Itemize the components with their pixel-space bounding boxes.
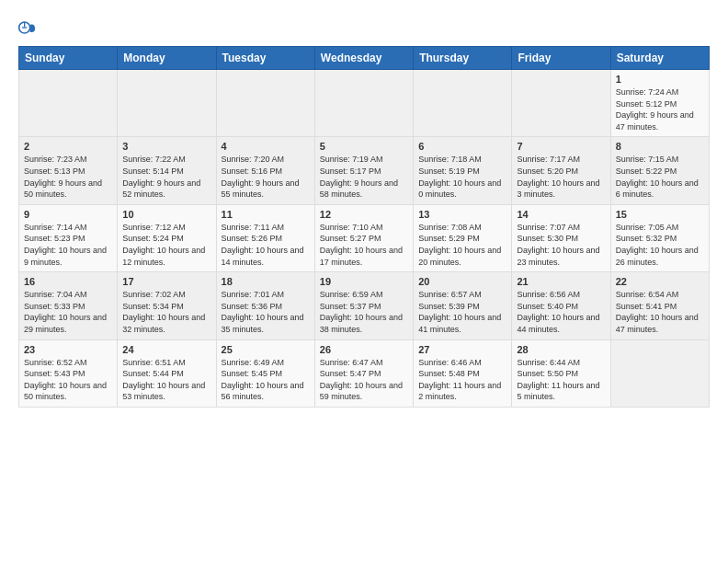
calendar-cell <box>414 70 512 137</box>
day-number: 2 <box>24 141 112 152</box>
day-number: 25 <box>222 344 310 355</box>
day-number: 3 <box>122 141 210 152</box>
calendar-cell: 14Sunrise: 7:07 AM Sunset: 5:30 PM Dayli… <box>512 204 610 271</box>
day-info: Sunrise: 6:56 AM Sunset: 5:40 PM Dayligh… <box>517 289 605 335</box>
calendar-week-row: 16Sunrise: 7:04 AM Sunset: 5:33 PM Dayli… <box>19 272 710 339</box>
calendar-cell: 6Sunrise: 7:18 AM Sunset: 5:19 PM Daylig… <box>414 137 512 204</box>
day-info: Sunrise: 7:05 AM Sunset: 5:32 PM Dayligh… <box>616 222 704 268</box>
calendar-cell: 7Sunrise: 7:17 AM Sunset: 5:20 PM Daylig… <box>512 137 610 204</box>
calendar-cell: 15Sunrise: 7:05 AM Sunset: 5:32 PM Dayli… <box>610 204 709 271</box>
day-info: Sunrise: 7:23 AM Sunset: 5:13 PM Dayligh… <box>24 154 112 200</box>
day-info: Sunrise: 7:02 AM Sunset: 5:34 PM Dayligh… <box>122 289 210 335</box>
day-info: Sunrise: 7:24 AM Sunset: 5:12 PM Dayligh… <box>616 86 704 132</box>
day-info: Sunrise: 7:10 AM Sunset: 5:27 PM Dayligh… <box>320 222 408 268</box>
day-info: Sunrise: 7:19 AM Sunset: 5:17 PM Dayligh… <box>320 154 408 200</box>
day-number: 5 <box>320 141 408 152</box>
calendar-cell: 8Sunrise: 7:15 AM Sunset: 5:22 PM Daylig… <box>610 137 709 204</box>
calendar-cell: 5Sunrise: 7:19 AM Sunset: 5:17 PM Daylig… <box>314 137 413 204</box>
day-info: Sunrise: 7:22 AM Sunset: 5:14 PM Dayligh… <box>122 154 210 200</box>
calendar-cell: 22Sunrise: 6:54 AM Sunset: 5:41 PM Dayli… <box>610 272 709 339</box>
calendar-cell: 4Sunrise: 7:20 AM Sunset: 5:16 PM Daylig… <box>216 137 314 204</box>
calendar-cell: 12Sunrise: 7:10 AM Sunset: 5:27 PM Dayli… <box>314 204 413 271</box>
day-number: 6 <box>418 141 506 152</box>
day-info: Sunrise: 7:12 AM Sunset: 5:24 PM Dayligh… <box>122 222 210 268</box>
day-info: Sunrise: 7:14 AM Sunset: 5:23 PM Dayligh… <box>24 222 112 268</box>
header <box>18 18 710 37</box>
calendar-cell: 2Sunrise: 7:23 AM Sunset: 5:13 PM Daylig… <box>19 137 118 204</box>
logo <box>18 18 40 37</box>
day-info: Sunrise: 6:49 AM Sunset: 5:45 PM Dayligh… <box>222 357 310 403</box>
calendar-cell <box>512 70 610 137</box>
calendar-cell <box>19 70 118 137</box>
day-info: Sunrise: 7:08 AM Sunset: 5:29 PM Dayligh… <box>418 222 506 268</box>
calendar-cell: 10Sunrise: 7:12 AM Sunset: 5:24 PM Dayli… <box>118 204 216 271</box>
day-info: Sunrise: 7:18 AM Sunset: 5:19 PM Dayligh… <box>418 154 506 200</box>
calendar: SundayMondayTuesdayWednesdayThursdayFrid… <box>18 46 710 408</box>
calendar-cell: 19Sunrise: 6:59 AM Sunset: 5:37 PM Dayli… <box>314 272 413 339</box>
day-number: 28 <box>517 344 605 355</box>
day-number: 20 <box>418 276 506 287</box>
day-info: Sunrise: 7:01 AM Sunset: 5:36 PM Dayligh… <box>222 289 310 335</box>
day-number: 15 <box>616 209 704 220</box>
calendar-cell: 24Sunrise: 6:51 AM Sunset: 5:44 PM Dayli… <box>118 339 216 407</box>
calendar-week-row: 23Sunrise: 6:52 AM Sunset: 5:43 PM Dayli… <box>19 339 710 407</box>
weekday-header: Wednesday <box>314 47 413 70</box>
day-number: 17 <box>122 276 210 287</box>
calendar-week-row: 2Sunrise: 7:23 AM Sunset: 5:13 PM Daylig… <box>19 137 710 204</box>
weekday-header: Tuesday <box>216 47 314 70</box>
calendar-week-row: 1Sunrise: 7:24 AM Sunset: 5:12 PM Daylig… <box>19 70 710 137</box>
calendar-cell: 13Sunrise: 7:08 AM Sunset: 5:29 PM Dayli… <box>414 204 512 271</box>
calendar-cell: 20Sunrise: 6:57 AM Sunset: 5:39 PM Dayli… <box>414 272 512 339</box>
day-number: 16 <box>24 276 112 287</box>
day-info: Sunrise: 6:47 AM Sunset: 5:47 PM Dayligh… <box>320 357 408 403</box>
calendar-cell: 25Sunrise: 6:49 AM Sunset: 5:45 PM Dayli… <box>216 339 314 407</box>
day-info: Sunrise: 7:17 AM Sunset: 5:20 PM Dayligh… <box>517 154 605 200</box>
day-number: 23 <box>24 344 112 355</box>
day-info: Sunrise: 6:52 AM Sunset: 5:43 PM Dayligh… <box>24 357 112 403</box>
calendar-cell <box>118 70 216 137</box>
day-info: Sunrise: 7:20 AM Sunset: 5:16 PM Dayligh… <box>222 154 310 200</box>
day-number: 7 <box>517 141 605 152</box>
day-number: 8 <box>616 141 704 152</box>
day-number: 9 <box>24 209 112 220</box>
weekday-row: SundayMondayTuesdayWednesdayThursdayFrid… <box>19 47 710 70</box>
calendar-cell: 17Sunrise: 7:02 AM Sunset: 5:34 PM Dayli… <box>118 272 216 339</box>
calendar-cell: 21Sunrise: 6:56 AM Sunset: 5:40 PM Dayli… <box>512 272 610 339</box>
day-number: 26 <box>320 344 408 355</box>
calendar-cell: 28Sunrise: 6:44 AM Sunset: 5:50 PM Dayli… <box>512 339 610 407</box>
day-info: Sunrise: 7:04 AM Sunset: 5:33 PM Dayligh… <box>24 289 112 335</box>
day-number: 27 <box>418 344 506 355</box>
day-info: Sunrise: 7:07 AM Sunset: 5:30 PM Dayligh… <box>517 222 605 268</box>
day-number: 4 <box>222 141 310 152</box>
calendar-cell: 1Sunrise: 7:24 AM Sunset: 5:12 PM Daylig… <box>610 70 709 137</box>
day-number: 19 <box>320 276 408 287</box>
calendar-cell: 18Sunrise: 7:01 AM Sunset: 5:36 PM Dayli… <box>216 272 314 339</box>
day-number: 14 <box>517 209 605 220</box>
day-info: Sunrise: 6:54 AM Sunset: 5:41 PM Dayligh… <box>616 289 704 335</box>
logo-icon <box>18 18 37 37</box>
calendar-cell: 11Sunrise: 7:11 AM Sunset: 5:26 PM Dayli… <box>216 204 314 271</box>
calendar-cell <box>216 70 314 137</box>
calendar-body: 1Sunrise: 7:24 AM Sunset: 5:12 PM Daylig… <box>19 70 710 408</box>
day-number: 11 <box>222 209 310 220</box>
calendar-header: SundayMondayTuesdayWednesdayThursdayFrid… <box>19 47 710 70</box>
day-number: 13 <box>418 209 506 220</box>
calendar-cell: 26Sunrise: 6:47 AM Sunset: 5:47 PM Dayli… <box>314 339 413 407</box>
calendar-cell <box>314 70 413 137</box>
day-info: Sunrise: 6:57 AM Sunset: 5:39 PM Dayligh… <box>418 289 506 335</box>
calendar-cell <box>610 339 709 407</box>
day-info: Sunrise: 6:46 AM Sunset: 5:48 PM Dayligh… <box>418 357 506 403</box>
day-number: 21 <box>517 276 605 287</box>
day-number: 1 <box>616 74 704 85</box>
day-number: 10 <box>122 209 210 220</box>
day-number: 18 <box>222 276 310 287</box>
calendar-cell: 9Sunrise: 7:14 AM Sunset: 5:23 PM Daylig… <box>19 204 118 271</box>
weekday-header: Thursday <box>414 47 512 70</box>
day-info: Sunrise: 6:44 AM Sunset: 5:50 PM Dayligh… <box>517 357 605 403</box>
calendar-cell: 23Sunrise: 6:52 AM Sunset: 5:43 PM Dayli… <box>19 339 118 407</box>
day-info: Sunrise: 6:51 AM Sunset: 5:44 PM Dayligh… <box>122 357 210 403</box>
weekday-header: Monday <box>118 47 216 70</box>
calendar-cell: 27Sunrise: 6:46 AM Sunset: 5:48 PM Dayli… <box>414 339 512 407</box>
weekday-header: Friday <box>512 47 610 70</box>
weekday-header: Sunday <box>19 47 118 70</box>
